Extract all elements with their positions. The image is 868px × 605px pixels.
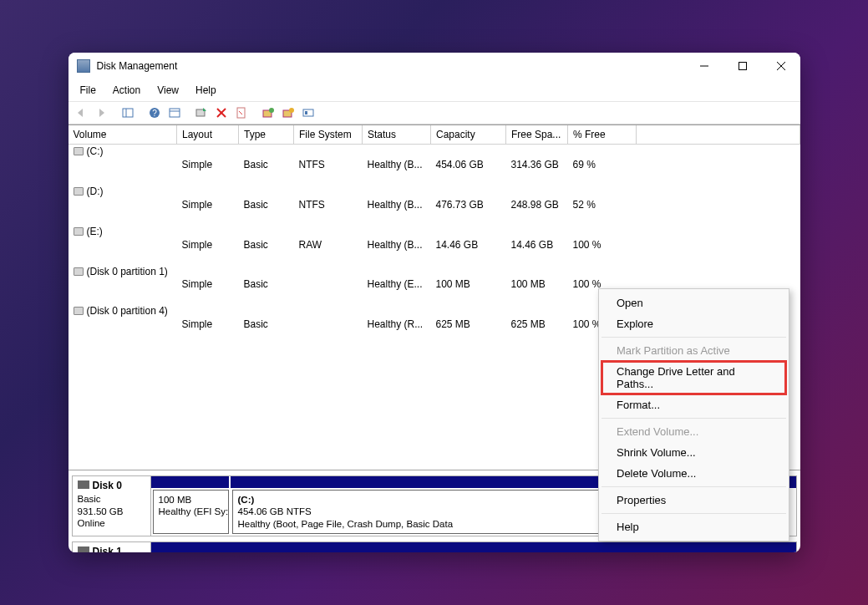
detach-vhd-icon[interactable] [299,104,317,122]
svg-rect-1 [739,63,746,70]
show-hide-console-tree-icon[interactable] [119,104,137,122]
svg-point-15 [269,108,274,113]
svg-rect-18 [303,109,313,116]
table-row[interactable]: (C:)SimpleBasicNTFSHealthy (B...454.06 G… [69,144,800,185]
window-controls [685,53,800,79]
drive-icon [74,307,84,315]
refresh-icon[interactable] [192,104,211,122]
ctx-help[interactable]: Help [602,516,786,537]
settings-actions-icon[interactable] [165,104,184,122]
disk-icon [78,547,89,552]
menu-help[interactable]: Help [187,81,225,99]
col-pctfree[interactable]: % Free [568,125,637,144]
disk-0-label: Disk 0 Basic 931.50 GB Online [73,476,151,536]
ctx-separator [602,486,786,487]
ctx-open[interactable]: Open [602,292,786,313]
toolbar: ? [69,101,800,125]
col-type[interactable]: Type [239,125,294,144]
menu-action[interactable]: Action [104,81,149,99]
svg-rect-8 [170,109,180,117]
menu-file[interactable]: File [72,81,104,99]
ctx-separator [602,418,786,419]
col-status[interactable]: Status [363,125,431,144]
col-filesystem[interactable]: File System [294,125,363,144]
ctx-format[interactable]: Format... [602,394,786,415]
ctx-mark-active: Mark Partition as Active [602,340,786,361]
svg-rect-19 [305,111,307,114]
disk-1-label: Disk 1 Removable 14.47 GB Online [73,542,151,552]
titlebar: Disk Management [69,53,800,79]
menu-view[interactable]: View [149,81,187,99]
minimize-button[interactable] [685,53,723,79]
menubar: File Action View Help [69,79,800,101]
svg-point-17 [289,108,294,113]
ctx-shrink-volume[interactable]: Shrink Volume... [602,442,786,463]
app-icon [77,59,90,73]
ctx-change-drive-letter[interactable]: Change Drive Letter and Paths... [602,361,786,394]
svg-rect-4 [123,109,133,117]
forward-button[interactable] [92,104,110,122]
partition-c[interactable]: (C:) 454.06 GB NTFS Healthy (Boot, Page … [232,490,644,534]
col-freespace[interactable]: Free Spa... [506,125,568,144]
disk-1-row[interactable]: Disk 1 Removable 14.47 GB Online (E:) 14… [72,541,797,552]
delete-icon[interactable] [212,104,231,122]
new-volume-icon[interactable] [259,104,277,122]
col-capacity[interactable]: Capacity [431,125,506,144]
context-menu: Open Explore Mark Partition as Active Ch… [598,288,789,541]
disk-icon [78,480,89,489]
drive-icon [74,267,84,276]
ctx-separator [602,337,786,338]
col-volume[interactable]: Volume [69,125,177,144]
ctx-properties[interactable]: Properties [602,490,786,511]
maximize-button[interactable] [723,53,762,79]
drive-icon [74,147,84,155]
drive-icon [74,227,84,236]
partition-band [151,542,796,552]
table-row[interactable]: (D:)SimpleBasicNTFSHealthy (B...476.73 G… [69,185,800,225]
close-button[interactable] [762,53,800,79]
table-row[interactable]: (E:)SimpleBasicRAWHealthy (B...14.46 GB1… [69,225,800,265]
svg-text:?: ? [152,109,157,118]
partition-efi[interactable]: 100 MB Healthy (EFI Sy: [153,490,229,534]
properties-icon[interactable] [232,104,251,122]
ctx-separator [602,513,786,514]
ctx-explore[interactable]: Explore [602,313,786,334]
back-button[interactable] [72,104,90,122]
help-icon[interactable]: ? [145,104,164,122]
attach-vhd-icon[interactable] [279,104,297,122]
window-title: Disk Management [97,60,178,72]
col-layout[interactable]: Layout [177,125,239,144]
ctx-delete-volume[interactable]: Delete Volume... [602,463,786,484]
drive-icon [74,187,84,196]
ctx-extend-volume: Extend Volume... [602,421,786,442]
col-spacer [637,125,800,144]
